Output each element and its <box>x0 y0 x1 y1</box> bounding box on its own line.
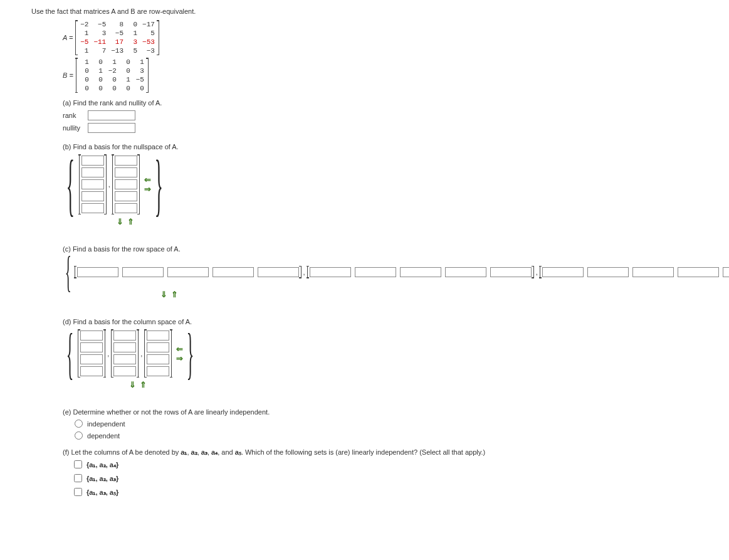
d-v1-4[interactable] <box>80 366 103 376</box>
b-v2-c5[interactable] <box>115 203 137 213</box>
label-A: A = <box>63 34 73 41</box>
part-d-set: { , , <box>63 329 698 378</box>
b-v1-c3[interactable] <box>81 179 104 189</box>
add-vector-icon[interactable]: ⇒ <box>144 185 151 193</box>
d-v2-3[interactable] <box>113 354 136 364</box>
check-option-3[interactable] <box>74 488 82 496</box>
part-f-text: (f) Let the columns of A be denoted by a… <box>63 448 698 457</box>
c-v2-3[interactable] <box>400 267 441 277</box>
part-b-set: { , ⇐ ⇒ } <box>63 154 698 214</box>
d-v1-3[interactable] <box>80 354 103 364</box>
nullity-input[interactable] <box>88 123 135 133</box>
c-v1-4[interactable] <box>212 267 254 277</box>
c-v3-1[interactable] <box>542 267 584 277</box>
intro-text: Use the fact that matrices A and B are r… <box>31 8 698 15</box>
part-a-text: (a) Find the rank and nullity of A. <box>63 99 698 107</box>
d-v1-1[interactable] <box>80 330 103 341</box>
check-option-3-label[interactable]: {a₁, a₃, a₅} <box>71 486 698 498</box>
c-v2-1[interactable] <box>310 267 351 277</box>
left-brace-icon: { <box>65 256 71 287</box>
c-v3-3[interactable] <box>632 267 674 277</box>
d-v2-2[interactable] <box>113 342 136 352</box>
nullity-label: nullity <box>63 124 88 132</box>
remove-vector-icon[interactable]: ⇐ <box>144 176 151 184</box>
right-brace-icon: } <box>187 334 194 373</box>
shrink-cols-icon[interactable]: ⇓ <box>160 290 167 299</box>
radio-dependent[interactable] <box>75 431 83 440</box>
part-f-check-group: {a₁, a₂, a₄} {a₁, a₂, a₃} {a₁, a₃, a₅} <box>71 458 698 498</box>
c-v3-4[interactable] <box>678 267 719 277</box>
d-v3-4[interactable] <box>147 366 169 376</box>
part-d-text: (d) Find a basis for the column space of… <box>63 318 698 325</box>
part-e-radio-group: independent dependent <box>71 418 698 440</box>
c-v1-2[interactable] <box>122 267 164 277</box>
c-v1-5[interactable] <box>258 267 299 277</box>
d-v3-3[interactable] <box>147 354 169 364</box>
d-v2-4[interactable] <box>113 366 136 376</box>
radio-independent-label[interactable]: independent <box>71 418 698 428</box>
rank-label: rank <box>63 112 88 119</box>
part-c-text: (c) Find a basis for the row space of A. <box>63 245 698 253</box>
radio-independent[interactable] <box>75 420 83 428</box>
d-v2-1[interactable] <box>113 330 136 341</box>
part-b-expand: ⇓ ⇑ <box>63 217 188 226</box>
check-option-1-label[interactable]: {a₁, a₂, a₄} <box>71 458 698 470</box>
add-vector-icon[interactable]: ⇒ <box>176 354 183 362</box>
d-v1-2[interactable] <box>80 342 103 352</box>
rowspace-vector-1 <box>75 266 302 278</box>
b-v1-c5[interactable] <box>81 203 104 213</box>
d-v3-1[interactable] <box>147 330 169 341</box>
shrink-rows-icon[interactable]: ⇓ <box>129 380 136 389</box>
label-B: B = <box>63 71 73 79</box>
remove-vector-icon[interactable]: ⇐ <box>176 345 183 353</box>
c-v2-4[interactable] <box>445 267 486 277</box>
rowspace-vector-2 <box>307 266 534 278</box>
b-v1-c1[interactable] <box>81 156 104 166</box>
check-option-2[interactable] <box>74 474 82 482</box>
c-v3-2[interactable] <box>587 267 629 277</box>
b-v2-c2[interactable] <box>115 167 137 177</box>
rank-nullity-group: rank nullity <box>63 110 698 133</box>
matrix-B: 10101 01−203 0001−5 00000 <box>76 58 149 93</box>
rowspace-vector-3 <box>540 266 729 278</box>
check-option-1[interactable] <box>74 460 82 468</box>
c-v2-5[interactable] <box>490 267 532 277</box>
matrix-A: −2−580−17 13−515 −5−11173−53 17−135−3 <box>75 20 159 55</box>
left-brace-icon: { <box>66 334 74 373</box>
c-v3-5[interactable] <box>723 267 729 277</box>
grow-cols-icon[interactable]: ⇑ <box>171 290 178 299</box>
radio-dependent-label[interactable]: dependent <box>71 430 698 440</box>
colspace-vector-1 <box>78 329 105 378</box>
check-option-2-label[interactable]: {a₁, a₂, a₃} <box>71 472 698 484</box>
shrink-rows-icon[interactable]: ⇓ <box>117 217 123 226</box>
nullspace-vector-2 <box>112 154 140 214</box>
b-v2-c1[interactable] <box>115 156 137 166</box>
part-c-set: { , , <box>63 256 698 287</box>
grow-rows-icon[interactable]: ⇑ <box>127 217 134 226</box>
colspace-vector-3 <box>144 329 172 378</box>
c-v2-2[interactable] <box>355 267 396 277</box>
b-v2-c4[interactable] <box>115 191 137 201</box>
nullspace-vector-1 <box>79 154 107 214</box>
c-v1-3[interactable] <box>167 267 209 277</box>
right-brace-icon: } <box>155 161 163 209</box>
part-e-text: (e) Determine whether or not the rows of… <box>63 408 698 416</box>
d-v3-2[interactable] <box>147 342 169 352</box>
left-brace-icon: { <box>66 161 75 209</box>
rank-input[interactable] <box>88 110 135 120</box>
part-c-expand: ⇓ ⇑ <box>63 290 276 299</box>
c-v1-1[interactable] <box>77 267 118 277</box>
matrices-display: A = −2−580−17 13−515 −5−11173−53 17−135−… <box>63 20 698 93</box>
grow-rows-icon[interactable]: ⇑ <box>140 380 147 389</box>
b-v2-c3[interactable] <box>115 179 137 189</box>
b-v1-c4[interactable] <box>81 191 104 201</box>
comma-sep: , <box>108 181 110 188</box>
b-v1-c2[interactable] <box>81 167 104 177</box>
colspace-vector-2 <box>111 329 139 378</box>
